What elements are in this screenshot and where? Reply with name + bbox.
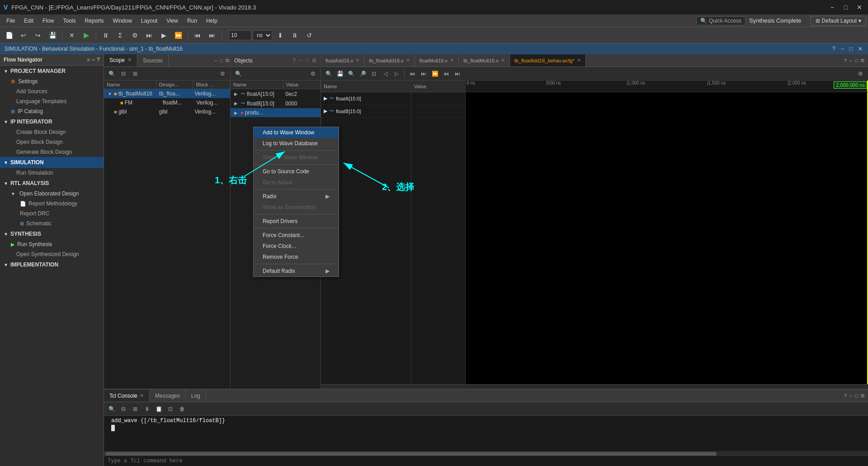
wave-align-btn[interactable]: ⏭ <box>453 69 462 79</box>
wave-tab-floatadd16[interactable]: floatAdd16.v ✕ <box>321 54 364 67</box>
menu-window[interactable]: Window <box>108 16 137 26</box>
nav-item-settings[interactable]: ⚙ Settings <box>0 76 104 86</box>
restart-sim-button[interactable]: ⬇ <box>274 29 287 41</box>
new-file-button[interactable]: 📄 <box>3 29 15 41</box>
wave-tab-behav-close[interactable]: ✕ <box>577 57 581 63</box>
context-menu-log-to-wave[interactable]: Log to Wave Database <box>254 138 339 149</box>
wave-remove-btn[interactable]: ⏩ <box>430 69 440 79</box>
wave-hscrollbar[interactable] <box>321 384 868 389</box>
scope-expand-btn[interactable]: ⊞ <box>130 69 140 79</box>
nav-item-language-templates[interactable]: Language Templates <box>0 96 104 106</box>
menu-file[interactable]: File <box>2 16 19 26</box>
nav-section-implementation-header[interactable]: ▼ IMPLEMENTATION <box>0 259 104 270</box>
sim-compile-button[interactable]: ⚙ <box>128 29 141 41</box>
wave-save-btn[interactable]: 💾 <box>335 69 345 79</box>
tcl-min-icon[interactable]: − <box>849 393 853 399</box>
sim-fastfwd-button[interactable]: ⏩ <box>172 29 184 41</box>
objects-gear-icon[interactable]: ⚙ <box>308 69 318 79</box>
scope-maximize-icon[interactable]: □ <box>219 57 224 64</box>
tab-scope[interactable]: Scope ✕ <box>104 54 137 67</box>
scope-tab-close[interactable]: ✕ <box>127 57 132 63</box>
tcl-console-close[interactable]: ✕ <box>140 393 144 399</box>
wave-zoom-out-btn[interactable]: 🔎 <box>358 69 368 79</box>
objects-min-icon[interactable]: − <box>298 57 303 64</box>
table-row[interactable]: ▼ ■ tb_floatMult16 tb_floa... Verilog... <box>104 89 230 98</box>
context-menu-default-radix[interactable]: Default Radix ▶ <box>254 266 339 276</box>
wave-tab-floatadd16-close[interactable]: ✕ <box>355 57 359 63</box>
tcl-pause-btn[interactable]: ⏸ <box>142 404 152 414</box>
nav-item-run-synthesis[interactable]: ▶ Run Synthesis <box>0 239 104 249</box>
sim-next-button[interactable]: ⏭ <box>143 29 156 41</box>
nav-section-synthesis-header[interactable]: ▼ SYNTHESIS <box>0 228 104 239</box>
tcl-copy-btn[interactable]: 📋 <box>154 404 164 414</box>
menu-tools[interactable]: Tools <box>58 16 80 26</box>
wave-cursor-btn[interactable]: ⏮ <box>407 69 417 79</box>
table-row[interactable]: ■ glbl glbl Verilog... <box>104 107 230 116</box>
wave-max-icon[interactable]: □ <box>854 57 859 64</box>
sim-play-button[interactable]: ▶ <box>157 29 170 41</box>
context-menu-go-to-source[interactable]: Go to Source Code <box>254 166 339 177</box>
table-row[interactable]: ▶ 〜 floatB[15:0] 0000 <box>231 99 321 108</box>
simbar-minimize-icon[interactable]: − <box>840 45 845 52</box>
context-menu-force-constant[interactable]: Force Constant... <box>254 230 339 241</box>
save-button[interactable]: 💾 <box>46 29 59 41</box>
objects-restore-icon[interactable]: ⧉ <box>311 57 317 64</box>
tcl-input[interactable] <box>108 458 864 464</box>
close-button[interactable]: ✕ <box>854 2 864 12</box>
nav-section-ip-integrator-header[interactable]: ▼ IP INTEGRATOR <box>0 116 104 127</box>
quick-access[interactable]: 🔍 Quick Access <box>696 16 745 25</box>
table-row[interactable]: ■ FM floatM... Verilog... <box>104 98 230 107</box>
wave-tab-tb-floatmult16-close[interactable]: ✕ <box>501 57 505 63</box>
wave-next-edge-btn[interactable]: ▷ <box>392 69 401 79</box>
menu-view[interactable]: View <box>162 16 183 26</box>
wave-tab-behav-wcfg[interactable]: tb_floatAdd16_behav.wcfg* ✕ <box>510 54 586 67</box>
wave-search-btn[interactable]: 🔍 <box>324 69 334 79</box>
objects-max-icon[interactable]: □ <box>305 57 310 64</box>
wave-zoom-in-btn[interactable]: 🔍 <box>346 69 356 79</box>
sidebar-help-icon[interactable]: ? <box>97 57 100 63</box>
tcl-clear-btn[interactable]: 🗑 <box>177 404 187 414</box>
sidebar-menu-icon[interactable]: ≡ <box>87 57 90 63</box>
wave-zoom-fit-btn[interactable]: ⊡ <box>369 69 379 79</box>
wave-flip-btn[interactable]: ⏮ <box>441 69 451 79</box>
tcl-hscrollbar[interactable] <box>104 451 868 456</box>
scope-search-btn[interactable]: 🔍 <box>107 69 117 79</box>
scope-gear-icon[interactable]: ⚙ <box>217 69 227 79</box>
nav-item-create-block-design[interactable]: Create Block Design <box>0 127 104 137</box>
nav-section-rtl-analysis-header[interactable]: ▼ RTL ANALYSIS <box>0 178 104 189</box>
tab-tcl-console[interactable]: Tcl Console ✕ <box>104 390 150 402</box>
nav-item-report-methodology[interactable]: 📄 Report Methodology <box>0 199 104 209</box>
menu-edit[interactable]: Edit <box>19 16 38 26</box>
tab-messages[interactable]: Messages <box>150 390 186 402</box>
tab-sources[interactable]: Sources <box>137 54 169 67</box>
nav-item-schematic[interactable]: ⊞ Schematic <box>0 219 104 228</box>
step-fwd-button[interactable]: ⏭ <box>206 29 218 41</box>
context-menu-force-clock[interactable]: Force Clock... <box>254 241 339 252</box>
redo-button[interactable]: ↪ <box>32 29 44 41</box>
wave-min-icon[interactable]: − <box>849 57 853 64</box>
undo-button[interactable]: ↩ <box>17 29 30 41</box>
maximize-button[interactable]: □ <box>841 2 851 12</box>
nav-item-add-sources[interactable]: Add Sources <box>0 86 104 96</box>
nav-item-report-drc[interactable]: Report DRC <box>0 209 104 219</box>
run-button[interactable]: ▶ <box>80 29 93 41</box>
wave-tab-floatmult16[interactable]: floatMult16.v ✕ <box>415 54 459 67</box>
wave-signal-row-floata[interactable]: ▶ 〜 floatA[15:0] <box>321 92 411 105</box>
menu-flow[interactable]: Flow <box>38 16 58 26</box>
nav-item-generate-block-design[interactable]: Generate Block Design <box>0 147 104 157</box>
default-layout-button[interactable]: ⊞ Default Layout ▾ <box>811 16 866 26</box>
wave-add-btn[interactable]: ⏭ <box>419 69 429 79</box>
tcl-collapse-btn[interactable]: ⊟ <box>118 404 128 414</box>
objects-help-icon[interactable]: ? <box>292 57 297 64</box>
tcl-max-icon[interactable]: □ <box>854 393 859 399</box>
nav-item-open-block-design[interactable]: Open Block Design <box>0 137 104 147</box>
sim-step-button[interactable]: ⏸ <box>99 29 112 41</box>
table-row[interactable]: ▶ ● produ... <box>231 108 321 117</box>
context-menu-radix[interactable]: Radix ▶ <box>254 191 339 202</box>
menu-reports[interactable]: Reports <box>80 16 108 26</box>
nav-section-project-manager-header[interactable]: ▼ PROJECT MANAGER <box>0 66 104 76</box>
step-back-button[interactable]: ⏮ <box>191 29 204 41</box>
wave-prev-edge-btn[interactable]: ◁ <box>380 69 390 79</box>
refresh-button[interactable]: ↺ <box>303 29 316 41</box>
menu-help[interactable]: Help <box>202 16 222 26</box>
